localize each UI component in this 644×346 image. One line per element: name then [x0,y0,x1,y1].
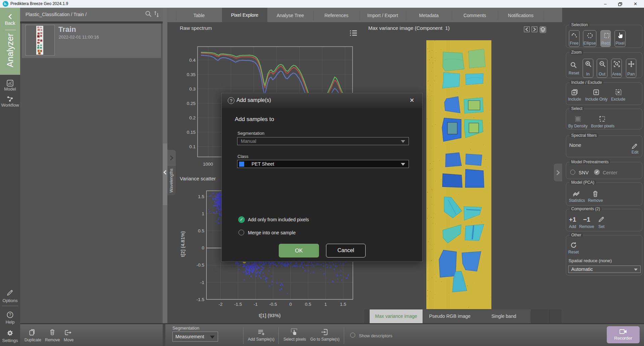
svg-text:1: 1 [324,302,327,307]
svg-text:1.5: 1.5 [340,302,346,307]
svg-text:?: ? [9,312,11,317]
svg-text:0.1: 0.1 [189,144,196,149]
svg-text:-1.5: -1.5 [234,302,242,307]
svg-text:1: 1 [202,211,204,216]
svg-text:-1: -1 [254,302,258,307]
svg-text:0.35: 0.35 [187,72,196,77]
svg-text:-0.5: -0.5 [197,263,204,268]
svg-text:0.2: 0.2 [189,115,196,120]
svg-text:1.5: 1.5 [198,194,204,199]
svg-text:-0.5: -0.5 [269,302,277,307]
svg-text:0: 0 [289,302,292,307]
svg-text:0.25: 0.25 [187,101,196,106]
svg-text:0.5: 0.5 [198,228,204,233]
svg-text:-1: -1 [200,280,204,285]
svg-text:0: 0 [202,245,204,250]
svg-text:-2: -2 [218,302,222,307]
svg-text:0.5: 0.5 [305,302,311,307]
svg-text:0.4: 0.4 [189,58,196,63]
svg-text:-1.5: -1.5 [197,297,204,302]
svg-text:0.3: 0.3 [189,86,196,92]
svg-text:t[1] (93%): t[1] (93%) [259,313,280,318]
svg-text:1000: 1000 [203,162,213,167]
svg-text:0.15: 0.15 [187,130,196,135]
svg-text:t[2] (4.81%): t[2] (4.81%) [180,231,185,257]
